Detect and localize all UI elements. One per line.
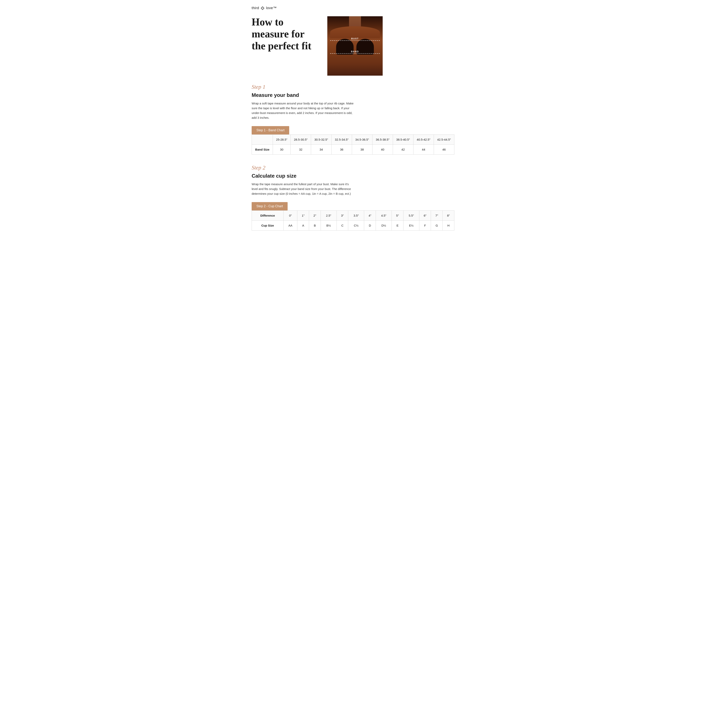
- logo-text: third love™: [252, 6, 277, 10]
- cup-size-5: C½: [348, 221, 364, 231]
- band-size-3: 36: [331, 144, 352, 155]
- band-measurement-3: 32.5-34.5": [331, 135, 352, 144]
- step1-label: Step 1: [252, 84, 454, 90]
- cup-size-12: H: [442, 221, 454, 231]
- band-size-row: Band Size 30 32 34 36 38 40 42 44 46: [252, 144, 454, 155]
- cup-diff-2: 2": [309, 211, 321, 221]
- cup-size-2: B: [309, 221, 321, 231]
- cup-size-7: D½: [376, 221, 392, 231]
- cup-size-9: E½: [403, 221, 419, 231]
- band-chart-table: 25-28.5" 28.5-30.5" 30.5-32.5" 32.5-34.5…: [252, 134, 454, 155]
- cup-diff-9: 5.5": [403, 211, 419, 221]
- cup-size-4: C: [337, 221, 348, 231]
- cup-size-10: F: [419, 221, 431, 231]
- band-measurement-4: 34.5-36.5": [352, 135, 372, 144]
- step1-section: Step 1 Measure your band Wrap a soft tap…: [252, 84, 454, 155]
- cup-diff-10: 6": [419, 211, 431, 221]
- band-size-7: 44: [413, 144, 434, 155]
- cup-diff-11: 7": [431, 211, 442, 221]
- step1-description: Wrap a soft tape measure around your bod…: [252, 101, 355, 120]
- band-measurement-7: 40.5-42.5": [413, 135, 434, 144]
- step2-label: Step 2: [252, 165, 454, 171]
- bust-label: BUST: [351, 38, 359, 40]
- cup-size-1: A: [297, 221, 309, 231]
- band-measurement-row: 25-28.5" 28.5-30.5" 30.5-32.5" 32.5-34.5…: [252, 135, 454, 144]
- step1-chart-header: Step 1 - Band Chart: [252, 126, 289, 134]
- step1-title: Measure your band: [252, 92, 454, 98]
- cup-size-3: B½: [321, 221, 337, 231]
- hero-section: How to measure for the perfect fit BUST …: [252, 16, 454, 76]
- cup-diff-7: 4.5": [376, 211, 392, 221]
- cup-size-label: Cup Size: [252, 221, 284, 231]
- band-measurement-1: 28.5-30.5": [291, 135, 311, 144]
- cup-difference-row: Difference 0" 1" 2" 2.5" 3" 3.5" 4" 4.5"…: [252, 211, 454, 221]
- cup-diff-4: 3": [337, 211, 348, 221]
- step2-description: Wrap the tape measure around the fullest…: [252, 182, 355, 196]
- cup-diff-5: 3.5": [348, 211, 364, 221]
- band-label: BAND: [351, 50, 359, 53]
- cup-chart-table: Difference 0" 1" 2" 2.5" 3" 3.5" 4" 4.5"…: [252, 211, 454, 231]
- band-size-0: 30: [273, 144, 291, 155]
- band-measurement-2: 30.5-32.5": [311, 135, 331, 144]
- step2-title: Calculate cup size: [252, 173, 454, 179]
- band-row-empty: [252, 135, 273, 144]
- band-measurement-8: 42.5-44.5": [434, 135, 454, 144]
- cup-diff-12: 8": [442, 211, 454, 221]
- logo-area: third love™: [252, 6, 454, 10]
- step2-section: Step 2 Calculate cup size Wrap the tape …: [252, 165, 454, 231]
- band-size-4: 38: [352, 144, 372, 155]
- band-measurement-6: 38.5-40.5": [393, 135, 413, 144]
- cup-diff-8: 5": [392, 211, 403, 221]
- cup-size-11: G: [431, 221, 442, 231]
- cup-diff-0: 0": [284, 211, 297, 221]
- hero-title: How to measure for the perfect fit: [252, 16, 319, 52]
- hero-text: How to measure for the perfect fit: [252, 16, 319, 52]
- cup-diff-1: 1": [297, 211, 309, 221]
- logo-diamond-icon: [261, 6, 264, 10]
- band-size-label: Band Size: [252, 144, 273, 155]
- step2-chart-header: Step 2 - Cup Chart: [252, 202, 288, 211]
- cup-size-row: Cup Size AA A B B½ C C½ D D½ E E½ F G H: [252, 221, 454, 231]
- band-size-6: 42: [393, 144, 413, 155]
- band-measurement-0: 25-28.5": [273, 135, 291, 144]
- band-size-2: 34: [311, 144, 331, 155]
- cup-size-0: AA: [284, 221, 297, 231]
- cup-difference-label: Difference: [252, 211, 284, 221]
- measurement-image: BUST BAND: [327, 16, 383, 76]
- band-size-5: 40: [372, 144, 393, 155]
- cup-diff-6: 4": [364, 211, 376, 221]
- band-measurement-5: 36.5-38.5": [372, 135, 393, 144]
- band-size-1: 32: [291, 144, 311, 155]
- band-size-8: 46: [434, 144, 454, 155]
- cup-size-6: D: [364, 221, 376, 231]
- cup-diff-3: 2.5": [321, 211, 337, 221]
- cup-size-8: E: [392, 221, 403, 231]
